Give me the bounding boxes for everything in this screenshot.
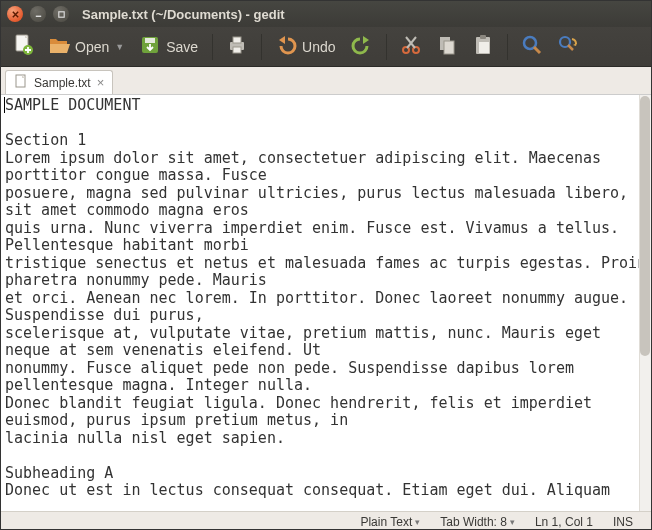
text-cursor xyxy=(4,97,5,113)
cursor-position: Ln 1, Col 1 xyxy=(525,515,603,529)
window-title: Sample.txt (~/Documents) - gedit xyxy=(82,7,285,22)
syntax-mode-label: Plain Text xyxy=(360,515,412,529)
insert-mode-indicator[interactable]: INS xyxy=(603,515,643,529)
undo-button[interactable]: Undo xyxy=(270,31,341,63)
undo-button-label: Undo xyxy=(302,39,335,55)
open-button-label: Open xyxy=(75,39,109,55)
redo-icon xyxy=(350,33,374,60)
cut-button[interactable] xyxy=(395,31,427,63)
paste-button[interactable] xyxy=(467,31,499,63)
svg-rect-6 xyxy=(233,37,241,43)
print-button[interactable] xyxy=(221,31,253,63)
svg-rect-14 xyxy=(479,42,489,53)
chevron-down-icon: ▾ xyxy=(510,517,515,527)
tab-width-label: Tab Width: 8 xyxy=(440,515,507,529)
scissors-icon xyxy=(399,33,423,60)
svg-rect-11 xyxy=(444,41,454,54)
new-document-button[interactable] xyxy=(7,31,39,63)
svg-rect-7 xyxy=(233,47,241,53)
paste-icon xyxy=(471,33,495,60)
text-editor-area[interactable]: SAMPLE DOCUMENT Section 1 Lorem ipsum do… xyxy=(1,95,651,511)
window-title-bar: Sample.txt (~/Documents) - gedit xyxy=(1,1,651,27)
scrollbar-thumb[interactable] xyxy=(640,96,650,356)
svg-rect-0 xyxy=(58,11,63,16)
open-dropdown-arrow-icon: ▼ xyxy=(115,42,124,52)
redo-button[interactable] xyxy=(346,31,378,63)
undo-icon xyxy=(274,33,298,60)
chevron-down-icon: ▾ xyxy=(415,517,420,527)
document-tab-label: Sample.txt xyxy=(34,76,91,90)
copy-icon xyxy=(435,33,459,60)
vertical-scrollbar[interactable] xyxy=(639,95,651,511)
find-button[interactable] xyxy=(516,31,548,63)
tab-width-selector[interactable]: Tab Width: 8 ▾ xyxy=(430,515,525,529)
svg-rect-13 xyxy=(480,35,486,39)
copy-button[interactable] xyxy=(431,31,463,63)
tab-close-button[interactable]: × xyxy=(97,75,105,90)
save-button[interactable]: Save xyxy=(134,31,204,63)
printer-icon xyxy=(225,33,249,60)
find-replace-icon xyxy=(556,33,580,60)
find-replace-button[interactable] xyxy=(552,31,584,63)
toolbar-separator xyxy=(212,34,213,60)
toolbar-separator xyxy=(261,34,262,60)
document-tab[interactable]: Sample.txt × xyxy=(5,70,113,94)
save-icon xyxy=(138,33,162,60)
save-button-label: Save xyxy=(166,39,198,55)
toolbar-separator xyxy=(386,34,387,60)
window-close-button[interactable] xyxy=(7,6,23,22)
window-maximize-button[interactable] xyxy=(53,6,69,22)
svg-rect-4 xyxy=(145,38,155,43)
document-icon xyxy=(14,74,28,91)
status-bar: Plain Text ▾ Tab Width: 8 ▾ Ln 1, Col 1 … xyxy=(1,511,651,530)
document-text: SAMPLE DOCUMENT Section 1 Lorem ipsum do… xyxy=(1,95,651,502)
open-button[interactable]: Open ▼ xyxy=(43,31,130,63)
new-document-icon xyxy=(11,33,35,60)
document-tab-strip: Sample.txt × xyxy=(1,67,651,95)
main-toolbar: Open ▼ Save Undo xyxy=(1,27,651,67)
syntax-mode-selector[interactable]: Plain Text ▾ xyxy=(350,515,430,529)
search-icon xyxy=(520,33,544,60)
window-minimize-button[interactable] xyxy=(30,6,46,22)
toolbar-separator xyxy=(507,34,508,60)
folder-open-icon xyxy=(47,33,71,60)
